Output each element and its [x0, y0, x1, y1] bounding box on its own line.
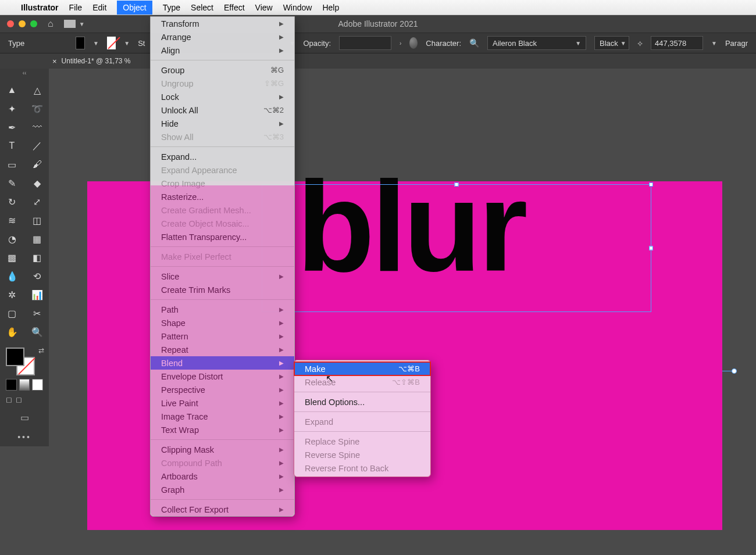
menu-item-hide[interactable]: Hide▶ — [151, 117, 294, 130]
free-transform-tool-icon[interactable]: ◫ — [25, 212, 49, 229]
menu-item-collect-for-export[interactable]: Collect For Export▶ — [151, 503, 294, 516]
menubar-effect[interactable]: Effect — [224, 3, 245, 12]
shaper-tool-icon[interactable]: ✎ — [0, 174, 24, 192]
menu-item-arrange[interactable]: Arrange▶ — [151, 30, 294, 44]
gradient-color-icon[interactable] — [19, 379, 30, 391]
menu-item-live-paint[interactable]: Live Paint▶ — [151, 396, 294, 410]
gradient-tool-icon[interactable]: ◧ — [25, 249, 49, 266]
chevron-down-icon[interactable]: ▼ — [124, 40, 130, 46]
menu-item-graph[interactable]: Graph▶ — [151, 483, 294, 496]
menu-item-text-wrap[interactable]: Text Wrap▶ — [151, 423, 294, 436]
column-graph-tool-icon[interactable]: 📊 — [25, 286, 49, 303]
menu-item-expand[interactable]: Expand... — [151, 150, 294, 163]
menubar-view[interactable]: View — [255, 3, 273, 12]
swap-fill-stroke-icon[interactable]: ⇄ — [38, 346, 44, 355]
font-size-link-icon[interactable]: ⟡ — [637, 38, 643, 48]
window-controls[interactable] — [7, 20, 37, 27]
menu-item-clipping-mask[interactable]: Clipping Mask▶ — [151, 443, 294, 456]
fill-stroke-swatches[interactable]: ⇄ — [0, 345, 49, 378]
menubar-object[interactable]: Object — [117, 1, 152, 15]
color-mode-swatches[interactable] — [0, 379, 49, 391]
document-tab[interactable]: × Untitled-1* @ 31,73 % — [52, 57, 131, 66]
stroke-swatch[interactable] — [107, 37, 116, 49]
menu-item-blend[interactable]: Blend▶ — [151, 356, 294, 370]
opacity-field[interactable] — [339, 36, 391, 50]
search-icon[interactable]: 🔍 — [469, 38, 479, 48]
slice-tool-icon[interactable]: ✂ — [25, 305, 49, 322]
recolor-icon[interactable] — [409, 37, 418, 49]
type-tool-icon[interactable]: T — [0, 137, 24, 155]
menu-item-envelope-distort[interactable]: Envelope Distort▶ — [151, 370, 294, 383]
font-size-field[interactable]: 447,3578 — [651, 36, 703, 50]
menu-item-lock[interactable]: Lock▶ — [151, 90, 294, 103]
selection-handle[interactable] — [455, 182, 459, 187]
eyedropper-tool-icon[interactable]: 💧 — [0, 267, 24, 285]
menubar-appname[interactable]: Illustrator — [21, 3, 59, 12]
line-tool-icon[interactable]: ／ — [25, 137, 49, 155]
rotation-handle[interactable] — [732, 368, 737, 374]
curvature-tool-icon[interactable]: 〰 — [25, 119, 49, 136]
menu-item-unlock-all[interactable]: Unlock All⌥⌘2 — [151, 103, 294, 117]
blend-tool-icon[interactable]: ⟲ — [25, 267, 49, 285]
none-color-icon[interactable] — [32, 379, 43, 391]
menubar-edit[interactable]: Edit — [92, 3, 106, 12]
menu-item-perspective[interactable]: Perspective▶ — [151, 383, 294, 396]
scale-tool-icon[interactable]: ⤢ — [25, 193, 49, 210]
menu-item-transform[interactable]: Transform▶ — [151, 17, 294, 30]
menu-item-path[interactable]: Path▶ — [151, 303, 294, 316]
menu-item-group[interactable]: Group⌘G — [151, 63, 294, 77]
panel-collapse-handle[interactable]: ‹‹ — [0, 69, 49, 77]
home-icon[interactable]: ⌂ — [48, 19, 54, 29]
artboard-tool-icon[interactable]: ▢ — [0, 305, 24, 322]
rotate-tool-icon[interactable]: ↻ — [0, 193, 24, 210]
menu-item-pattern[interactable]: Pattern▶ — [151, 330, 294, 343]
hand-tool-icon[interactable]: ✋ — [0, 323, 24, 341]
selection-handle[interactable] — [649, 246, 653, 250]
solid-color-icon[interactable] — [6, 379, 17, 391]
menu-item-rasterize[interactable]: Rasterize... — [151, 190, 294, 203]
submenu-item-blend-options[interactable]: Blend Options... — [294, 395, 430, 409]
width-tool-icon[interactable]: ≋ — [0, 212, 24, 229]
font-style-dropdown[interactable]: Black▼ — [594, 36, 629, 50]
menu-item-align[interactable]: Align▶ — [151, 44, 294, 57]
menubar-help[interactable]: Help — [322, 3, 339, 12]
magic-wand-tool-icon[interactable]: ✦ — [0, 100, 24, 117]
draw-modes[interactable]: ◻◻ — [0, 392, 49, 407]
menubar-type[interactable]: Type — [163, 3, 180, 12]
menu-item-image-trace[interactable]: Image Trace▶ — [151, 410, 294, 423]
perspective-grid-tool-icon[interactable]: ▦ — [25, 230, 49, 248]
selection-tool-icon[interactable]: ▲ — [0, 81, 24, 99]
direct-selection-tool-icon[interactable]: △ — [25, 81, 49, 99]
fill-swatch[interactable] — [76, 37, 85, 49]
shape-builder-tool-icon[interactable]: ◔ — [0, 230, 24, 248]
draw-normal-icon[interactable]: ◻ — [6, 395, 12, 404]
draw-behind-icon[interactable]: ◻ — [16, 395, 22, 404]
menu-item-slice[interactable]: Slice▶ — [151, 270, 294, 283]
font-family-dropdown[interactable]: Aileron Black▼ — [487, 36, 586, 50]
selection-handle[interactable] — [649, 182, 653, 187]
menu-item-repeat[interactable]: Repeat▶ — [151, 343, 294, 356]
mesh-tool-icon[interactable]: ▩ — [0, 249, 24, 266]
menu-item-shape[interactable]: Shape▶ — [151, 316, 294, 330]
menu-item-create-trim-marks[interactable]: Create Trim Marks — [151, 283, 294, 296]
lasso-tool-icon[interactable]: ➰ — [25, 100, 49, 117]
symbol-sprayer-tool-icon[interactable]: ✲ — [0, 286, 24, 303]
submenu-item-make[interactable]: Make⌥⌘B — [294, 362, 430, 375]
opacity-step-icon[interactable]: › — [400, 40, 401, 46]
zoom-tool-icon[interactable]: 🔍 — [25, 323, 49, 341]
menubar-file[interactable]: File — [69, 3, 83, 12]
close-icon[interactable]: × — [52, 57, 57, 66]
close-window-icon[interactable] — [7, 20, 14, 27]
chevron-down-icon[interactable]: ▼ — [711, 40, 717, 46]
pen-tool-icon[interactable]: ✒ — [0, 119, 24, 136]
menubar-window[interactable]: Window — [283, 3, 312, 12]
edit-toolbar-icon[interactable]: ••• — [0, 432, 49, 442]
zoom-window-icon[interactable] — [30, 20, 37, 27]
menu-item-flatten-transparency[interactable]: Flatten Transparency... — [151, 230, 294, 244]
fill-color-swatch[interactable] — [6, 348, 24, 366]
rectangle-tool-icon[interactable]: ▭ — [0, 156, 24, 173]
workspace-layout-dropdown[interactable] — [64, 20, 76, 28]
chevron-down-icon[interactable]: ▼ — [93, 40, 99, 46]
menu-item-artboards[interactable]: Artboards▶ — [151, 470, 294, 483]
minimize-window-icon[interactable] — [19, 20, 26, 27]
